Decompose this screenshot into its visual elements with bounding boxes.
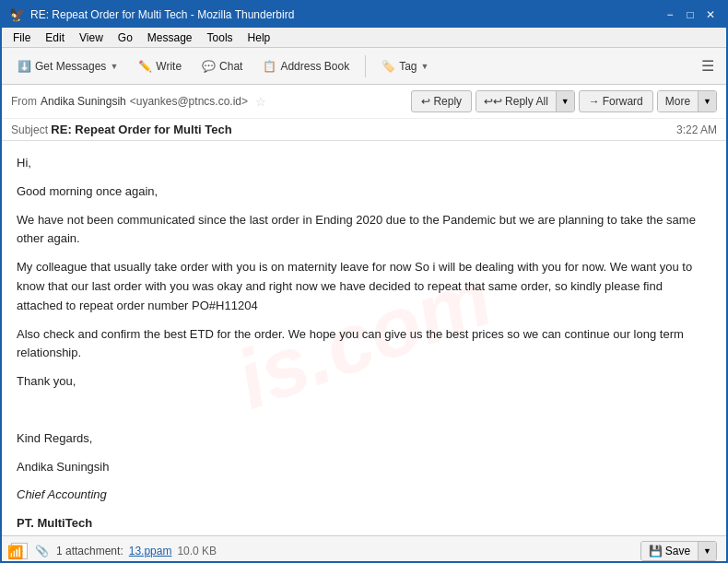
address-book-button[interactable]: 📋 Address Book [254,55,358,77]
thank-you: Thank you, [17,372,711,392]
action-buttons: ↩ Reply ↩↩ Reply All ▼ → Forward More [411,90,717,112]
footer-bar: ▶ 📎 1 attachment: 13.ppam 10.0 KB 💾 Save… [2,535,726,563]
email-body-content: Hi, Good morning once again, We have not… [17,154,711,535]
message-header: From Andika Suningsih <uyankes@ptncs.co.… [2,85,726,141]
paragraph-1: We have not been communicated since the … [17,211,711,250]
menu-message[interactable]: Message [140,29,200,46]
subject-field: Subject RE: Repeat Order for Multi Tech [11,123,232,136]
hamburger-menu-button[interactable]: ☰ [697,55,719,77]
tag-dropdown-icon[interactable]: ▼ [421,62,429,71]
menu-file[interactable]: File [6,29,38,46]
paragraph-3: Also check and confirm the best ETD for … [17,325,711,364]
spacer [17,401,711,420]
app-icon: 🦅 [9,7,25,22]
toolbar: ⬇️ Get Messages ▼ ✏️ Write 💬 Chat 📋 Addr… [2,48,726,85]
save-button-group: 💾 Save ▼ [640,541,717,561]
opening: Good morning once again, [17,182,711,202]
tag-icon: 🏷️ [382,60,395,73]
forward-icon: → [589,95,600,108]
footer-right: 💾 Save ▼ [640,541,717,561]
reply-button[interactable]: ↩ Reply [411,90,472,112]
attachment-size: 10.0 KB [177,545,217,557]
save-button[interactable]: 💾 Save [641,542,698,560]
tag-button[interactable]: 🏷️ Tag ▼ [373,55,437,77]
email-body: is.com Hi, Good morning once again, We h… [2,141,726,535]
menu-tools[interactable]: Tools [200,29,241,46]
menu-bar: File Edit View Go Message Tools Help [2,28,726,48]
sender-name: Andika Suningsih [17,458,711,477]
menu-go[interactable]: Go [111,29,140,46]
minimize-button[interactable]: − [662,6,678,23]
get-messages-icon: ⬇️ [18,60,31,73]
toolbar-separator [365,55,366,77]
footer-left: ▶ 📎 1 attachment: 13.ppam 10.0 KB [11,543,217,559]
close-button[interactable]: ✕ [702,6,719,23]
paragraph-2: My colleague that usually take order wit… [17,258,711,315]
kind-regards: Kind Regards, [17,429,711,449]
forward-button[interactable]: → Forward [579,90,653,112]
reply-all-button[interactable]: ↩↩ Reply All [476,91,556,111]
more-button[interactable]: More [658,91,698,111]
from-label: From [11,95,37,108]
get-messages-button[interactable]: ⬇️ Get Messages ▼ [9,55,126,77]
main-content: From Andika Suningsih <uyankes@ptncs.co.… [2,85,726,563]
reply-icon: ↩ [421,95,430,108]
reply-all-icon: ↩↩ [484,95,502,108]
window-title: RE: Repeat Order for Multi Tech - Mozill… [30,8,294,21]
reply-all-dropdown-button[interactable]: ▼ [556,91,574,111]
menu-view[interactable]: View [72,29,111,46]
attachment-count: 1 attachment: [56,545,123,557]
from-field: From Andika Suningsih <uyankes@ptncs.co.… [11,95,266,109]
greeting: Hi, [17,154,711,173]
maximize-button[interactable]: □ [682,6,699,23]
menu-help[interactable]: Help [241,29,278,46]
write-button[interactable]: ✏️ Write [130,55,190,77]
attachment-name[interactable]: 13.ppam [129,545,172,557]
sender-title: Chief Accounting [17,486,711,505]
from-email: <uyankes@ptncs.co.id> [130,95,248,108]
email-area: is.com Hi, Good morning once again, We h… [2,141,726,535]
save-dropdown-button[interactable]: ▼ [698,542,716,560]
title-bar: 🦅 RE: Repeat Order for Multi Tech - Mozi… [2,2,726,28]
save-icon: 💾 [649,545,663,557]
from-name: Andika Suningsih [41,95,126,108]
message-actions-bar: From Andika Suningsih <uyankes@ptncs.co.… [2,85,726,119]
wifi-status-icon: 📶 [7,545,23,559]
reply-all-button-group: ↩↩ Reply All ▼ [476,90,575,112]
chat-button[interactable]: 💬 Chat [194,55,251,77]
subject-row: Subject RE: Repeat Order for Multi Tech … [2,119,726,140]
paperclip-icon: 📎 [35,545,49,557]
wifi-icon: 📶 [7,545,23,559]
favorite-star-icon[interactable]: ☆ [255,95,266,109]
more-dropdown-button[interactable]: ▼ [698,91,716,111]
attachment-info: 1 attachment: 13.ppam 10.0 KB [56,545,217,557]
menu-edit[interactable]: Edit [38,29,72,46]
message-time: 3:22 AM [676,123,717,136]
address-book-icon: 📋 [263,60,276,73]
more-button-group: More ▼ [657,90,717,112]
chat-icon: 💬 [202,60,216,73]
subject-text: RE: Repeat Order for Multi Tech [51,123,231,136]
write-icon: ✏️ [138,60,152,73]
get-messages-dropdown-icon[interactable]: ▼ [110,62,118,71]
company-name: PT. MultiTech [17,514,711,534]
